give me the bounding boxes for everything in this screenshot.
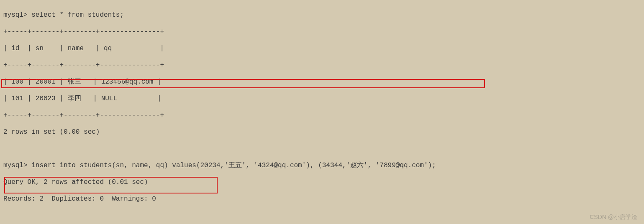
mysql-prompt: mysql>	[3, 162, 28, 169]
result-status: Query OK, 2 rows affected (0.01 sec)	[3, 178, 641, 186]
result-status: Records: 2 Duplicates: 0 Warnings: 0	[3, 195, 641, 203]
sql-query: insert into students(sn, name, qq) value…	[31, 162, 436, 169]
table-row: | 100 | 20001 | 张三 | 123456@qq.com |	[3, 78, 641, 86]
table-header: | id | sn | name | qq |	[3, 44, 641, 53]
terminal-output: mysql> select * from students; +-----+--…	[3, 3, 641, 224]
table-separator: +-----+-------+--------+---------------+	[3, 61, 641, 69]
query-line-2: mysql> insert into students(sn, name, qq…	[3, 161, 641, 170]
mysql-prompt: mysql>	[3, 11, 28, 19]
sql-query: select * from students;	[31, 11, 124, 19]
table-separator: +-----+-------+--------+---------------+	[3, 111, 641, 120]
blank-line	[3, 145, 641, 153]
query-line-1: mysql> select * from students;	[3, 11, 641, 19]
result-status: 2 rows in set (0.00 sec)	[3, 128, 641, 136]
blank-line	[3, 211, 641, 220]
table-separator: +-----+-------+--------+---------------+	[3, 28, 641, 36]
table-row: | 101 | 20023 | 李四 | NULL |	[3, 94, 641, 103]
